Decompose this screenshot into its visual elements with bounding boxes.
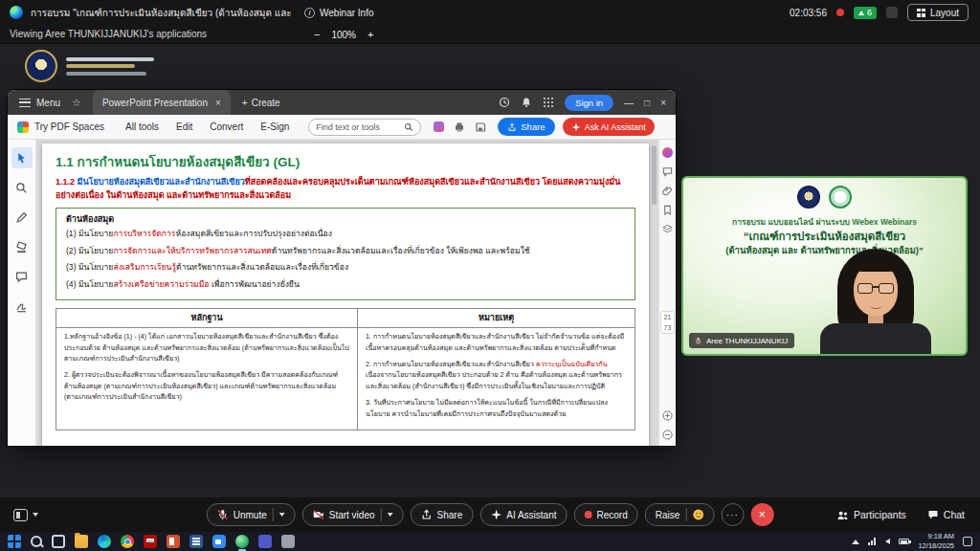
taskbar-icon-app[interactable] <box>281 535 295 548</box>
history-icon[interactable] <box>499 97 510 108</box>
comments-panel-icon[interactable] <box>662 166 673 177</box>
connection-badge[interactable]: 6 <box>854 7 877 19</box>
share-icon <box>507 122 517 132</box>
raise-hand-button[interactable]: Raise <box>645 503 715 526</box>
video-tile[interactable]: การอบรม แบบออนไลน์ ผ่านระบบ Webex Webina… <box>681 176 968 356</box>
taskbar-icon-chrome[interactable] <box>121 535 134 548</box>
apps-grid-icon[interactable] <box>543 97 554 108</box>
sign-in-button[interactable]: Sign in <box>565 95 613 111</box>
share-button[interactable]: Share <box>498 118 554 136</box>
participants-button[interactable]: Participants <box>836 509 906 520</box>
zoom-in-icon[interactable] <box>662 410 673 421</box>
taskbar-icon-edge[interactable] <box>98 535 111 548</box>
zoom-tool-button[interactable] <box>11 177 33 198</box>
meeting-timer: 02:03:56 <box>790 8 827 18</box>
arrow-up-icon <box>858 11 864 15</box>
window-close-button[interactable]: × <box>660 98 666 108</box>
participant-name-label: Aree THUNKIJJANUKIJ <box>689 333 794 348</box>
taskbar-icon-powerpoint[interactable] <box>167 535 180 548</box>
taskbar-icon-task-view[interactable] <box>52 535 65 548</box>
star-icon[interactable]: ☆ <box>72 97 81 109</box>
system-tray: 9:18 AM 12/18/2025 <box>852 532 980 551</box>
menu-icon <box>19 99 31 107</box>
toolbar-item-convert[interactable]: Convert <box>210 121 243 132</box>
ai-gem-icon[interactable] <box>434 121 444 132</box>
unmute-button[interactable]: Unmute <box>207 503 296 526</box>
taskbar-clock[interactable]: 9:18 AM 12/18/2025 <box>918 532 954 551</box>
speaker-torso <box>820 323 931 354</box>
doc-subheading: 1.1.2 มีนโยบายห้องสมุดสีเขียวและสำนักงาน… <box>56 176 635 202</box>
try-pdf-spaces-button[interactable]: Try PDF Spaces <box>34 121 104 132</box>
chevron-down-icon[interactable] <box>279 513 285 517</box>
scrollbar[interactable] <box>652 145 657 205</box>
ask-ai-assistant-button[interactable]: Ask AI Assistant <box>563 118 655 136</box>
save-icon[interactable] <box>475 121 486 133</box>
window-minimize-button[interactable]: — <box>624 98 634 108</box>
chat-button[interactable]: Chat <box>927 509 965 520</box>
recording-indicator-icon <box>836 9 844 16</box>
edit-tool-button[interactable] <box>11 207 33 228</box>
comment-tool-button[interactable] <box>11 266 33 287</box>
zoom-in-button[interactable]: + <box>368 29 373 40</box>
document-canvas: 1.1 การกำหนดนโยบายห้องสมุดสีเขียว (GL) 1… <box>36 140 658 446</box>
tray-overflow-icon[interactable] <box>852 540 859 544</box>
taskbar-icon-start[interactable] <box>8 535 21 548</box>
leave-meeting-button[interactable]: × <box>750 503 773 526</box>
battery-icon[interactable] <box>899 539 909 544</box>
tab-close-icon[interactable]: × <box>215 98 221 108</box>
unmute-label: Unmute <box>234 510 267 520</box>
start-video-button[interactable]: Start video <box>302 503 404 526</box>
ask-ai-label: Ask AI Assistant <box>585 122 646 132</box>
layout-button[interactable]: Layout <box>907 4 969 21</box>
screen: การอบรม "เกณฑ์การประเมินห้องสมุดสีเขียว … <box>0 0 980 551</box>
taskbar-icon-file-explorer[interactable] <box>75 535 88 548</box>
settings-icon[interactable] <box>886 7 898 18</box>
notes-paragraph: 3. วันที่ประกาศนโยบาย ไม่มีผลต่อการให้คะ… <box>366 398 627 420</box>
toolbar-item-esign[interactable]: E-Sign <box>260 121 289 132</box>
highlight-tool-button[interactable] <box>11 236 33 257</box>
zoom-out-button[interactable]: − <box>314 29 320 40</box>
taskbar-icon-webex[interactable] <box>235 535 249 548</box>
print-icon[interactable] <box>454 121 465 133</box>
notification-icon[interactable] <box>963 537 972 546</box>
window-maximize-button[interactable]: □ <box>644 98 650 108</box>
taskbar-time: 9:18 AM <box>918 532 954 541</box>
volume-icon[interactable] <box>885 539 890 544</box>
doc-table-header-notes: หมายเหตุ <box>357 309 635 328</box>
taskbar-icon-acrobat[interactable] <box>144 535 157 548</box>
toolbar-item-all-tools[interactable]: All tools <box>125 121 159 132</box>
taskbar-icon-teams[interactable] <box>258 535 272 548</box>
acrobat-toolbar: Try PDF Spaces All tools Edit Convert E-… <box>8 115 676 140</box>
share-button[interactable]: Share <box>411 503 474 526</box>
bookmarks-icon[interactable] <box>662 205 673 215</box>
bell-icon[interactable] <box>521 97 532 108</box>
attachments-icon[interactable] <box>662 186 673 196</box>
topbar-right-cluster: 02:03:56 6 Layout <box>790 4 980 21</box>
webinar-info-button[interactable]: i Webinar Info <box>304 8 374 18</box>
notes-paragraph: 2. การกำหนดนโยบายห้องสมุดสีเขียวและสำนัก… <box>366 360 627 392</box>
find-text-input[interactable]: Find text or tools <box>308 119 421 136</box>
toolbar-item-edit[interactable]: Edit <box>176 121 192 132</box>
sign-tool-button[interactable] <box>11 296 33 317</box>
zoom-out-icon[interactable] <box>662 430 673 440</box>
info-icon: i <box>304 8 315 18</box>
taskbar-icon-zoom[interactable] <box>212 535 226 548</box>
record-button[interactable]: Record <box>573 503 637 526</box>
ai-assistant-icon[interactable] <box>662 147 673 158</box>
document-tab[interactable]: PowerPoint Presentation × <box>93 90 231 115</box>
taskbar-icon-word[interactable] <box>189 535 203 548</box>
select-tool-button[interactable] <box>11 147 33 168</box>
chevron-down-icon <box>33 513 38 517</box>
menu-button[interactable]: Menu <box>36 98 60 108</box>
smiley-reactions-icon[interactable] <box>692 509 703 520</box>
chevron-down-icon[interactable] <box>388 513 393 517</box>
taskbar-icon-search[interactable] <box>31 536 42 547</box>
ai-assistant-button[interactable]: AI Assistant <box>479 503 567 526</box>
layers-icon[interactable] <box>662 224 673 234</box>
record-icon <box>584 511 591 518</box>
raise-label: Raise <box>656 510 680 520</box>
panel-toggle-button[interactable] <box>13 497 38 532</box>
create-tab-button[interactable]: + Create <box>242 98 280 108</box>
more-options-button[interactable]: ··· <box>721 503 744 526</box>
network-icon[interactable] <box>868 538 877 545</box>
